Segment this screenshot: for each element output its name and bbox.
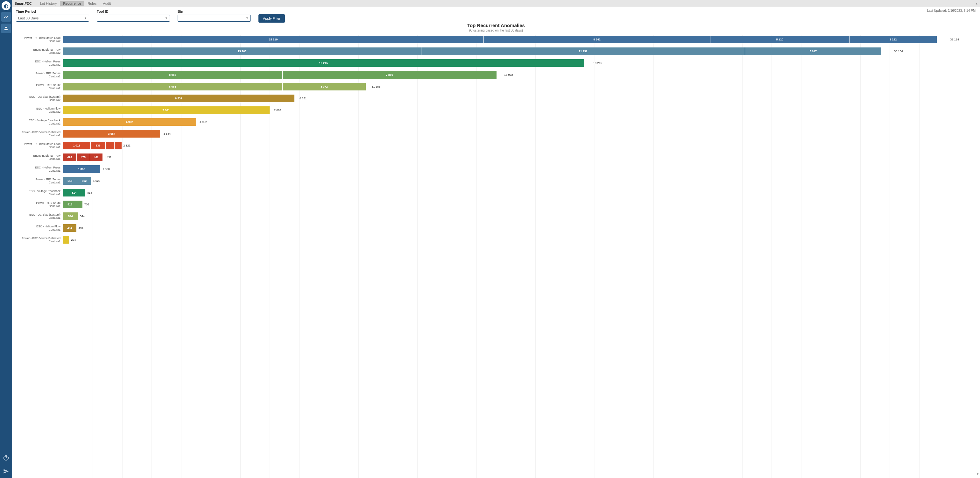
chart-row-total: 814: [87, 191, 92, 194]
chart-bar-segment[interactable]: 1 368: [63, 165, 100, 173]
chart-bar-track: 7 601: [63, 106, 958, 114]
bin-select[interactable]: ▼: [178, 14, 251, 22]
time-period-select[interactable]: Last 30 Days ▼: [16, 14, 89, 22]
chart-bar-segment[interactable]: 462: [90, 153, 102, 161]
chart-bar-segment[interactable]: 13 205: [63, 48, 421, 55]
chart-row[interactable]: ESC - Helium PressCentura11 3681 368: [63, 164, 970, 174]
tab-recurrence[interactable]: Recurrence: [60, 1, 84, 6]
topbar: SmartFDC Lot HistoryRecurrenceRulesAudit…: [12, 0, 980, 7]
chart-row[interactable]: ESC - DC Bias (System)Centura1544544: [63, 212, 970, 221]
chart-row-total: 19 215: [593, 61, 602, 65]
apply-filter-button[interactable]: Apply Filter: [258, 14, 285, 22]
chart-row[interactable]: Power - RF2 Source ReflectedCentura23 58…: [63, 129, 970, 139]
chart-row[interactable]: ESC - Helium FlowCentura27 6017 602: [63, 105, 970, 115]
chart-bar-track: 8 531: [63, 95, 958, 102]
chart-row[interactable]: Power - RF2 ShuntCentura28 0833 07211 15…: [63, 82, 970, 91]
chart-bar-segment[interactable]: 8 083: [63, 83, 282, 91]
chart-bar-segment[interactable]: [77, 201, 83, 208]
chart-row-total: 2 121: [123, 144, 130, 147]
chart-row-total: 8 531: [299, 97, 307, 100]
scroll-down-icon[interactable]: ▾: [977, 471, 979, 476]
chart-row[interactable]: Power - RF2 SeriesCentura28 0867 88615 9…: [63, 70, 970, 80]
chart-bar-segment[interactable]: 3 072: [283, 83, 366, 91]
sidebar: ◐: [0, 0, 12, 478]
chart-row-label: Endpoint Signal - rawCentura2: [12, 48, 60, 55]
chart-row-label: Power - RF2 ShuntCentura2: [12, 83, 60, 90]
last-updated-label: Last Updated: 2/16/2023, 5:14 PM: [927, 9, 975, 13]
chart-row[interactable]: Power - RF2 ShuntCentura1513705: [63, 200, 970, 209]
chart-bar-segment[interactable]: [63, 236, 69, 244]
chart-row-label: Power - RF Bias Match LoadCentura1: [12, 142, 60, 149]
anomaly-chart: Power - RF Bias Match LoadCentura215 510…: [12, 32, 980, 478]
chart-row-label: ESC - Helium FlowCentura1: [12, 225, 60, 231]
chart-row-label: Power - RF2 SeriesCentura1: [12, 178, 60, 184]
chart-row-label: Power - RF2 Source ReflectedCentura2: [12, 131, 60, 137]
chart-row[interactable]: ESC - DC Bias (System)Centura28 5318 531: [63, 94, 970, 103]
chart-bar-segment[interactable]: 5 017: [745, 48, 881, 55]
chart-bar-segment[interactable]: 3 584: [63, 130, 160, 137]
chart-bar-track: 19 215: [63, 59, 958, 67]
chart-row-label: ESC - DC Bias (System)Centura1: [12, 213, 60, 220]
chart-bar-segment[interactable]: 7 601: [63, 106, 269, 114]
chart-bar-track: 513512: [63, 177, 958, 185]
tab-audit[interactable]: Audit: [100, 1, 114, 6]
chart-row-total: 1 025: [93, 179, 100, 182]
tab-lot-history[interactable]: Lot History: [37, 1, 60, 6]
chart-bar-segment[interactable]: 8 342: [484, 36, 710, 43]
chart-row[interactable]: ESC - Voltage ReadbackCentura1814814: [63, 188, 970, 198]
chart-bar-segment[interactable]: 5 120: [710, 36, 849, 43]
chart-bar-segment[interactable]: [115, 142, 122, 149]
chart-row-total: 32 194: [950, 38, 959, 41]
chart-bar-segment[interactable]: 513: [63, 177, 77, 185]
chart-bar-segment[interactable]: 535: [91, 142, 105, 149]
help-icon[interactable]: [1, 453, 11, 463]
chart-row[interactable]: Endpoint Signal - rawCentura213 20511 93…: [63, 46, 970, 56]
collapse-icon[interactable]: ▴: [976, 2, 977, 5]
chart-row[interactable]: ESC - Helium FlowCentura1494494: [63, 223, 970, 233]
chart-row-label: ESC - Voltage ReadbackCentura2: [12, 119, 60, 126]
chart-bar-segment[interactable]: 15 510: [63, 36, 484, 43]
chart-bar-segment[interactable]: 8 531: [63, 95, 294, 102]
chart-row[interactable]: Endpoint Signal - rawCentura14944754621 …: [63, 153, 970, 162]
chart-row[interactable]: Power - RF2 Source ReflectedCentura1224: [63, 235, 970, 245]
tool-id-select[interactable]: ▼: [97, 14, 170, 22]
chart-row-total: 1 431: [104, 156, 112, 159]
chart-row-total: 7 602: [274, 108, 282, 112]
chart-row-total: 15 972: [504, 73, 513, 76]
chart-row-label: Power - RF Bias Match LoadCentura2: [12, 36, 60, 43]
chart-row[interactable]: ESC - Helium PressCentura219 21519 215: [63, 58, 970, 68]
chart-bar-segment[interactable]: 512: [77, 177, 91, 185]
chart-bar-track: 3 584: [63, 130, 958, 137]
chart-row-total: 30 154: [894, 50, 903, 53]
chart-row-label: ESC - Helium FlowCentura2: [12, 107, 60, 114]
chart-bar-segment[interactable]: 8 086: [63, 71, 282, 79]
chart-bar-segment[interactable]: 4 902: [63, 118, 196, 126]
nav-chart-icon[interactable]: [1, 12, 11, 22]
chart-bar-segment[interactable]: 513: [63, 201, 77, 208]
chart-bar-track: 1 368: [63, 165, 958, 173]
chart-row[interactable]: Power - RF Bias Match LoadCentura11 0115…: [63, 141, 970, 150]
chart-bar-segment[interactable]: 494: [63, 153, 76, 161]
nav-user-icon[interactable]: [1, 24, 11, 33]
chart-bar-segment[interactable]: 7 886: [283, 71, 496, 79]
send-icon[interactable]: [1, 467, 11, 476]
tab-rules[interactable]: Rules: [84, 1, 100, 6]
chart-row[interactable]: Power - RF Bias Match LoadCentura215 510…: [63, 35, 970, 44]
chart-bar-segment[interactable]: 11 932: [422, 48, 745, 55]
chart-bar-segment[interactable]: 544: [63, 212, 78, 220]
chart-subtitle: (Clustering based on the last 30 days): [12, 29, 980, 32]
chart-bar-segment[interactable]: 3 222: [850, 36, 937, 43]
chart-bar-track: 13 20511 9325 017: [63, 48, 958, 55]
app-logo-icon[interactable]: ◐: [2, 1, 11, 10]
chart-bar-track: 814: [63, 189, 958, 196]
chart-row-total: 494: [79, 226, 83, 229]
chart-row[interactable]: ESC - Voltage ReadbackCentura24 9024 902: [63, 117, 970, 127]
chart-bar-segment[interactable]: 494: [63, 224, 76, 232]
chart-bar-segment[interactable]: 475: [77, 153, 89, 161]
chart-bar-segment[interactable]: 814: [63, 189, 85, 196]
chart-bar-segment[interactable]: 19 215: [63, 59, 584, 67]
chart-bar-track: 15 5108 3425 1203 222: [63, 36, 958, 43]
chart-row[interactable]: Power - RF2 SeriesCentura15135121 025: [63, 176, 970, 186]
chart-bar-segment[interactable]: [106, 142, 114, 149]
chart-bar-segment[interactable]: 1 011: [63, 142, 91, 149]
